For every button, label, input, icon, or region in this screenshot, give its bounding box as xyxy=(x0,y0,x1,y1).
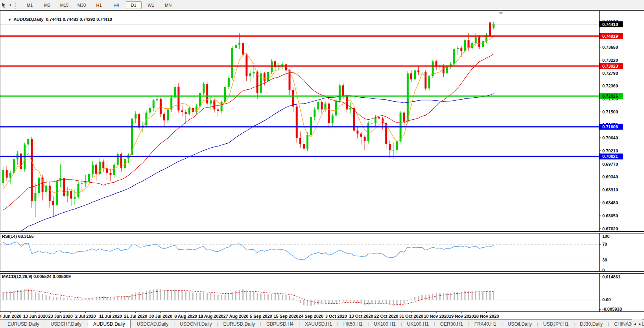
candle xyxy=(328,104,330,123)
candle xyxy=(210,100,212,104)
price-tick-label: 0.70640 xyxy=(602,135,618,140)
tab-uk100-h1[interactable]: UK100,H1 xyxy=(369,320,400,328)
candle xyxy=(349,108,351,109)
candle xyxy=(267,72,269,81)
time-tick-label: 8 Aug 2020 xyxy=(174,314,197,319)
candle xyxy=(74,197,76,199)
candle xyxy=(414,70,416,80)
candle xyxy=(321,102,323,109)
candle xyxy=(221,102,223,111)
candle xyxy=(9,173,11,178)
candle xyxy=(457,48,459,49)
price-tick-label: 0.67620 xyxy=(602,226,618,231)
chart-canvas[interactable]: 0.745100.740800.736500.732200.727900.723… xyxy=(0,0,644,319)
candle xyxy=(238,43,240,45)
time-tick-label: 23 Jun 2020 xyxy=(48,314,72,319)
candle xyxy=(310,117,312,135)
candle xyxy=(113,165,115,175)
collapse-triangle-icon[interactable]: ▼ xyxy=(8,18,11,22)
candle xyxy=(63,178,65,196)
price-tick-label: 0.68050 xyxy=(602,213,618,218)
tab-usdcad-daily[interactable]: USDCAD,Daily xyxy=(132,320,174,328)
candle xyxy=(410,73,412,79)
candle xyxy=(45,186,47,192)
price-tick-label: 0.68910 xyxy=(602,187,618,192)
tab-usdjpy-h1[interactable]: USDJPY,H1 xyxy=(538,320,574,328)
time-tick-label: 15 Sep 2020 xyxy=(273,314,298,319)
price-tick-label: 0.69340 xyxy=(602,174,618,179)
candle xyxy=(206,84,208,104)
candle xyxy=(314,109,316,117)
tab-hk50-h1[interactable]: HK50,H1 xyxy=(338,320,368,328)
time-tick-label: 4 Jun 2020 xyxy=(0,314,21,319)
candle xyxy=(213,100,215,109)
candle xyxy=(364,137,366,141)
candle xyxy=(264,73,266,81)
time-tick-label: 2 Jul 2020 xyxy=(75,314,96,319)
candle xyxy=(88,174,90,182)
candle xyxy=(396,141,398,150)
candle xyxy=(66,191,68,196)
time-tick-label: 13 Jun 2020 xyxy=(23,314,48,319)
tab-audusd-daily[interactable]: AUDUSD,Daily xyxy=(88,320,131,328)
candle xyxy=(231,48,233,78)
price-tick-label: 0.71500 xyxy=(602,109,618,114)
time-tick-label: 18 Aug 2020 xyxy=(198,314,223,319)
candle xyxy=(217,109,219,111)
tab-usdchf-daily[interactable]: USDCHF,Daily xyxy=(46,320,87,328)
candle xyxy=(256,72,258,93)
candle xyxy=(138,114,140,128)
candle xyxy=(242,43,244,56)
candle xyxy=(360,133,362,137)
tab-dj30-daily[interactable]: DJ30,Daily xyxy=(575,320,608,328)
tab-usdcnh-daily[interactable]: USDCNH,Daily xyxy=(175,320,217,328)
candle xyxy=(81,183,83,184)
time-tick-label: 30 Jul 2020 xyxy=(149,314,172,319)
candle xyxy=(2,170,4,183)
candle xyxy=(460,48,462,51)
tab-uk100-h1[interactable]: UK100,H1 xyxy=(402,320,434,328)
price-tick-label: 0.72360 xyxy=(602,83,618,88)
candle xyxy=(292,90,294,106)
time-tick-label: 13 Oct 2020 xyxy=(349,314,373,319)
candle xyxy=(196,106,197,112)
tab-fra40-h1[interactable]: FRA40,H1 xyxy=(469,320,502,328)
time-tick-label: 3 Oct 2020 xyxy=(325,314,347,319)
price-tick-label: 0.73220 xyxy=(602,58,618,63)
price-tick-label: 0.70210 xyxy=(602,148,618,153)
candle xyxy=(378,117,380,119)
time-tick-label: 5 Sep 2020 xyxy=(250,314,272,319)
current-price-badge: 0.74410 xyxy=(602,22,618,27)
candle xyxy=(135,114,137,119)
tab-eurusd-daily[interactable]: EURUSD,Daily xyxy=(218,320,260,328)
macd-tick-label: -0.005938 xyxy=(602,307,622,311)
candle xyxy=(13,159,15,172)
tab-eurusd-daily[interactable]: EURUSD,Daily xyxy=(2,320,44,328)
time-tick-label: 31 Oct 2020 xyxy=(399,314,423,319)
tab-scroll-left-icon[interactable]: ◂ xyxy=(634,322,636,326)
rsi-tick-label: 70 xyxy=(602,242,607,246)
candle xyxy=(106,168,108,172)
tab-usoil-daily[interactable]: USOil,Daily xyxy=(503,320,537,328)
tab-scroll-right-icon[interactable]: ▸ xyxy=(639,322,641,326)
candle xyxy=(149,108,151,112)
candle xyxy=(335,100,337,115)
candle xyxy=(34,193,36,201)
macd-indicator-label: MACD(12,26,9) 0.005524 0.005009 xyxy=(2,274,71,279)
candle xyxy=(188,108,190,114)
chart-symbol: AUDUSD,Daily xyxy=(13,17,43,22)
candle xyxy=(346,96,348,109)
candle xyxy=(49,186,51,201)
candle xyxy=(20,154,22,169)
tab-ger30-h1[interactable]: GER30,H1 xyxy=(435,320,468,328)
rsi-indicator-label: RSI(14) 68.3155 xyxy=(2,234,34,239)
candle xyxy=(453,49,455,64)
price-tick-label: 0.73650 xyxy=(602,45,618,50)
tab-xauusd-h1[interactable]: XAUUSD,H1 xyxy=(300,320,337,328)
price-badge: 0.74019 xyxy=(602,34,618,39)
price-badge: 0.70021 xyxy=(602,154,618,159)
candle xyxy=(428,76,430,89)
price-tick-label: 0.72790 xyxy=(602,71,618,76)
tab-gbpusd-h4[interactable]: GBPUSD,H4 xyxy=(261,320,299,328)
candle xyxy=(31,139,33,201)
